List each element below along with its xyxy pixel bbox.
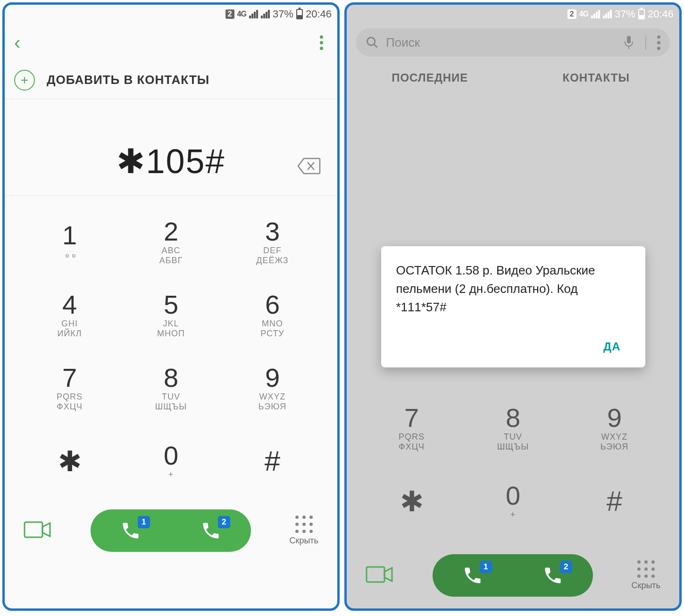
call-button: 1 2	[91, 509, 251, 552]
key-letters-latin: +	[510, 510, 516, 520]
back-button[interactable]: ‹	[14, 32, 20, 53]
sim2-badge: 2	[560, 561, 572, 573]
key-2[interactable]: 2ABCАБВГ	[120, 205, 222, 278]
key-#[interactable]: #	[564, 465, 665, 538]
search-bar[interactable]: Поиск	[356, 28, 670, 57]
call-sim1-button[interactable]: 1	[91, 509, 171, 552]
key-✱[interactable]: ✱	[361, 465, 462, 538]
key-0[interactable]: 0+	[462, 465, 564, 538]
key-8[interactable]: 8TUVШЩЪЫ	[462, 391, 564, 465]
signal-icon-2	[603, 10, 612, 18]
clock: 20:46	[648, 8, 674, 20]
key-9[interactable]: 9WXYZЬЭЮЯ	[222, 351, 323, 425]
status-bar: 2 4G 37% 20:46	[347, 5, 679, 24]
key-digit: 8	[164, 365, 178, 391]
key-✱[interactable]: ✱	[19, 425, 120, 498]
sim2-badge: 2	[218, 516, 230, 528]
phone-left-dialer: 2 4G 37% 20:46 ‹ + ДОБАВИТЬ В КОНТАКТЫ ✱…	[2, 2, 340, 611]
sim1-badge: 1	[138, 516, 150, 528]
key-digit: #	[607, 485, 622, 517]
network-type: 4G	[579, 10, 588, 18]
sim-indicator: 2	[225, 9, 234, 19]
key-digit: 9	[607, 405, 622, 431]
key-7[interactable]: 7PQRSФХЦЧ	[19, 351, 120, 425]
key-letters-cyrillic: ШЩЪЫ	[497, 442, 529, 452]
backspace-button[interactable]	[297, 158, 321, 176]
ok-button[interactable]: ДА	[594, 335, 630, 358]
hide-keypad-button[interactable]: Скрыть	[290, 516, 318, 546]
key-letters-cyrillic: ДЕЁЖЗ	[256, 256, 289, 266]
key-digit: 0	[164, 442, 178, 469]
key-digit: 7	[404, 405, 419, 431]
header: ‹	[5, 24, 337, 61]
key-letters-latin: TUV	[504, 432, 522, 442]
key-letters-cyrillic: МНОП	[157, 329, 185, 339]
key-1[interactable]: 1⚬⚬	[19, 205, 120, 278]
mic-icon[interactable]	[623, 35, 634, 50]
key-7[interactable]: 7PQRSФХЦЧ	[361, 391, 462, 465]
hide-label: Скрыть	[290, 536, 318, 546]
key-#[interactable]: #	[222, 425, 323, 498]
signal-icon-2	[261, 10, 270, 18]
key-digit: 5	[164, 291, 178, 318]
key-digit: ✱	[400, 485, 424, 518]
key-letters-cyrillic: ЬЭЮЯ	[601, 442, 629, 452]
key-digit: ✱	[58, 445, 82, 478]
key-letters-cyrillic: ЬЭЮЯ	[259, 402, 287, 412]
dialed-number: ✱105#	[117, 142, 225, 181]
signal-icon	[249, 10, 258, 18]
battery-pct: 37%	[273, 8, 293, 20]
bottom-bar: 1 2 Скрыть	[5, 502, 337, 564]
key-letters-cyrillic: АБВГ	[159, 256, 183, 266]
search-icon	[366, 36, 379, 49]
key-5[interactable]: 5JKLМНОП	[120, 278, 222, 351]
key-0[interactable]: 0+	[120, 425, 222, 498]
ussd-message: ОСТАТОК 1.58 р. Видео Уральские пельмени…	[396, 261, 630, 316]
key-4[interactable]: 4GHIИЙКЛ	[19, 278, 120, 351]
key-6[interactable]: 6MNOРСТУ	[222, 278, 323, 351]
video-call-button[interactable]	[366, 564, 394, 587]
bottom-bar: 1 2 Скрыть	[347, 547, 679, 608]
key-letters-latin: MNO	[262, 319, 283, 329]
key-letters-latin: JKL	[163, 319, 179, 329]
hide-keypad-button[interactable]: Скрыть	[632, 560, 660, 591]
key-8[interactable]: 8TUVШЩЪЫ	[120, 351, 222, 425]
svg-line-2	[374, 44, 377, 48]
key-letters-cyrillic: ФХЦЧ	[57, 402, 83, 412]
call-sim2-button[interactable]: 2	[513, 554, 593, 597]
tab-contacts[interactable]: КОНТАКТЫ	[513, 61, 680, 94]
keypad-dots-icon	[637, 560, 655, 578]
add-to-contacts-button[interactable]: + ДОБАВИТЬ В КОНТАКТЫ	[5, 61, 337, 99]
plus-icon: +	[14, 70, 35, 91]
key-letters-cyrillic: ИЙКЛ	[57, 329, 82, 339]
tabs: ПОСЛЕДНИЕ КОНТАКТЫ	[347, 61, 679, 94]
more-menu-icon[interactable]	[657, 35, 660, 50]
keypad-partial: 7PQRSФХЦЧ8TUVШЩЪЫ9WXYZЬЭЮЯ✱0+#	[347, 391, 679, 538]
key-letters-cyrillic: ФХЦЧ	[399, 442, 425, 452]
battery-icon	[296, 9, 303, 19]
key-letters-latin: GHI	[61, 319, 78, 329]
key-3[interactable]: 3DEFДЕЁЖЗ	[222, 205, 323, 278]
call-sim1-button[interactable]: 1	[433, 554, 513, 597]
battery-icon	[638, 9, 645, 19]
svg-rect-3	[627, 36, 631, 43]
sim-indicator: 2	[567, 9, 576, 19]
svg-rect-0	[25, 522, 42, 537]
key-9[interactable]: 9WXYZЬЭЮЯ	[564, 391, 665, 465]
key-digit: 8	[506, 405, 520, 431]
keypad: 1⚬⚬2ABCАБВГ3DEFДЕЁЖЗ4GHIИЙКЛ5JKLМНОП6MNO…	[5, 196, 337, 502]
key-digit: 6	[265, 291, 280, 318]
phone-right-ussd-response: 2 4G 37% 20:46 Поиск ПОСЛЕДНИЕ КОНТАКТЫ …	[344, 2, 682, 611]
more-menu-icon[interactable]	[315, 31, 328, 55]
video-call-button[interactable]	[24, 519, 52, 542]
call-sim2-button[interactable]: 2	[171, 509, 251, 552]
key-digit: 4	[62, 291, 77, 318]
key-letters-cyrillic: РСТУ	[260, 329, 284, 339]
hide-label: Скрыть	[632, 581, 660, 591]
ussd-response-dialog: ОСТАТОК 1.58 р. Видео Уральские пельмени…	[381, 246, 645, 367]
add-contact-label: ДОБАВИТЬ В КОНТАКТЫ	[47, 73, 209, 87]
tab-recent[interactable]: ПОСЛЕДНИЕ	[347, 61, 513, 94]
voicemail-icon: ⚬⚬	[63, 250, 76, 262]
signal-icon	[591, 10, 600, 18]
sim1-badge: 1	[480, 561, 492, 573]
